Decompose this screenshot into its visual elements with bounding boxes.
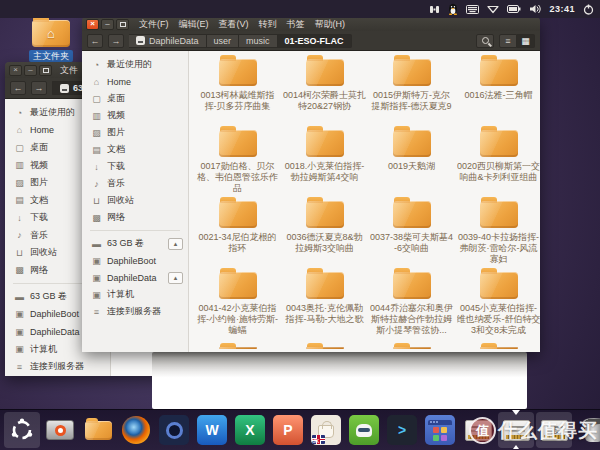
camera-lens-icon[interactable] — [156, 412, 192, 448]
breadcrumb-segment[interactable]: 01-ESO-FLAC — [278, 34, 352, 48]
sidebar-item[interactable]: ⌂ Home — [82, 73, 188, 90]
folder-item[interactable]: 0039-40卡拉扬指挥-弗朗茨·雷哈尔-风流寡妇 — [455, 201, 540, 272]
back-button[interactable]: ← — [87, 34, 103, 48]
menu-item[interactable]: 文件(F) — [139, 18, 169, 31]
folder-item[interactable]: 0037-38柴可夫斯基4-6交响曲 — [368, 201, 455, 272]
sidebar-item[interactable]: ⊔ 回收站 — [82, 192, 188, 209]
sidebar-item-icon: ↓ — [14, 213, 25, 223]
folder-item[interactable]: 0020西贝柳斯第一交响曲&卡列利亚组曲 — [455, 130, 540, 201]
sidebar-item[interactable]: ▬ 63 GB 卷 ▴ — [82, 235, 188, 252]
dash-button[interactable] — [4, 412, 40, 448]
folder-item[interactable]: 0017勋伯格、贝尔格、韦伯恩管弦乐作品 — [194, 130, 281, 201]
sidebar-item[interactable]: ▤ 文档 — [82, 141, 188, 158]
folder-name: 0018.小克莱伯指挥-勃拉姆斯第4交响 — [283, 161, 367, 183]
disk-utility-icon[interactable] — [42, 412, 78, 448]
breadcrumb-segment[interactable]: music — [239, 34, 278, 48]
folder-item[interactable]: 0014柯尔荣爵士莫扎特20&27钢协 — [281, 59, 368, 130]
workspace-switcher-icon[interactable] — [422, 412, 458, 448]
breadcrumb-segment[interactable]: DaphileData — [129, 34, 207, 48]
sidebar-item-label: 计算机 — [30, 343, 57, 356]
battery-icon[interactable] — [507, 5, 521, 13]
folder-name: 0014柯尔荣爵士莫扎特20&27钢协 — [283, 90, 367, 112]
sidebar-item[interactable]: ↓ 下载 — [82, 158, 188, 175]
sidebar-item[interactable]: ▨ 图片 — [82, 124, 188, 141]
eject-button[interactable]: ▴ — [168, 272, 183, 284]
volume-icon[interactable] — [529, 4, 541, 14]
menu-item[interactable]: 书签 — [287, 18, 305, 31]
folder-icon — [306, 130, 344, 157]
menu-item[interactable]: 查看(V) — [219, 18, 249, 31]
sidebar-item[interactable]: ◔ 最近使用的 — [82, 56, 188, 73]
folder-icon — [219, 347, 257, 349]
eject-button[interactable]: ▴ — [168, 238, 183, 250]
excel-icon[interactable]: X — [232, 412, 268, 448]
minimize-button[interactable]: – — [24, 65, 37, 76]
forward-button[interactable]: → — [31, 81, 47, 95]
software-store-uk-icon[interactable]: UK — [308, 412, 344, 448]
maximize-button[interactable] — [39, 65, 52, 76]
menu-item[interactable]: 帮助(H) — [315, 18, 346, 31]
firefox-icon[interactable] — [118, 412, 154, 448]
power-icon[interactable] — [583, 4, 594, 15]
home-folder-desktop-icon[interactable]: ⌂ 主文件夹 — [26, 20, 76, 62]
folder-name: 0019天鹅湖 — [370, 161, 454, 172]
folder-item[interactable]: 0021-34尼伯龙根的指环 — [194, 201, 281, 272]
folder-item[interactable]: 0013柯林戴维斯指挥-贝多芬序曲集 — [194, 59, 281, 130]
close-button[interactable]: × — [9, 65, 22, 76]
back-button[interactable]: ← — [10, 81, 26, 95]
folder-item[interactable]: 0044乔治塞尔和奥伊斯特拉赫合作勃拉姆斯小提琴管弦协... — [368, 272, 455, 343]
sidebar-item[interactable]: ▢ 桌面 — [82, 90, 188, 107]
panel-clock[interactable]: 23:41 — [549, 4, 575, 14]
indicator-icon[interactable] — [429, 4, 440, 15]
sidebar-item-label: DaphileBoot — [107, 256, 156, 266]
robot-app-icon[interactable] — [346, 412, 382, 448]
file-manager-window[interactable]: × – 文件(F) 编辑(E) 查看(V) 转到 书签 帮助(H) — [82, 17, 540, 352]
sidebar-item[interactable]: ▣ 计算机 — [82, 286, 188, 303]
menu-item[interactable]: 转到 — [259, 18, 277, 31]
close-button[interactable]: × — [86, 19, 99, 30]
grid-view-button[interactable]: ▦ — [517, 34, 535, 48]
background-white-window[interactable] — [152, 352, 527, 409]
sidebar-item[interactable]: ♪ 音乐 — [82, 175, 188, 192]
sidebar-item[interactable]: ▥ 视频 — [82, 107, 188, 124]
folder-item[interactable]: 0043奥托·克伦佩勒指挥-马勒-大地之歌 — [281, 272, 368, 343]
sidebar-item[interactable]: ≡ 连接到服务器 — [5, 358, 110, 376]
folder-name: 0041-42小克莱伯指挥-小约翰·施特劳斯-蝙蝠 — [196, 303, 280, 336]
menu-item[interactable]: 编辑(E) — [179, 18, 209, 31]
folder-item[interactable]: 0016法雅-三角帽 — [455, 59, 540, 130]
sidebar-item[interactable]: ▣ DaphileData ▴ — [82, 269, 188, 286]
sidebar-item-label: 音乐 — [107, 177, 125, 190]
folder-item[interactable]: 0015伊斯特万-克尔提斯指挥-德沃夏克9 — [368, 59, 455, 130]
sidebar-item-icon: ◔ — [91, 60, 102, 70]
folder-item[interactable]: 0041-42小克莱伯指挥-小约翰·施特劳斯-蝙蝠 — [194, 272, 281, 343]
network-chevron-icon[interactable] — [487, 5, 499, 14]
search-button[interactable] — [476, 34, 494, 48]
folder-item[interactable]: 0045小克莱伯指挥-维也纳爱乐-舒伯特交3和交8未完成 — [455, 272, 540, 343]
titlebar[interactable]: × – 文件(F) 编辑(E) 查看(V) 转到 书签 帮助(H) — [82, 17, 540, 31]
powerpoint-icon[interactable]: P — [270, 412, 306, 448]
back-window-menu-file[interactable]: 文件 — [60, 64, 78, 77]
sidebar-item-label: 桌面 — [30, 141, 48, 154]
folder-item[interactable]: 0019天鹅湖 — [368, 130, 455, 201]
minimize-button[interactable]: – — [101, 19, 114, 30]
sidebar-item[interactable]: ≡ 连接到服务器 — [82, 303, 188, 320]
forward-button[interactable]: → — [108, 34, 124, 48]
list-view-button[interactable]: ≡ — [499, 34, 517, 48]
folder-item[interactable]: 0036德沃夏克8&勃拉姆斯3交响曲 — [281, 201, 368, 272]
breadcrumb-segment[interactable]: user — [207, 34, 240, 48]
sidebar-item[interactable]: ▣ DaphileBoot — [82, 252, 188, 269]
tux-icon[interactable] — [448, 3, 458, 15]
terminal-icon[interactable]: > — [384, 412, 420, 448]
folder-view[interactable]: 0013柯林戴维斯指挥-贝多芬序曲集 0014柯尔荣爵士莫扎特20&27钢协 0… — [189, 51, 540, 352]
sidebar-item-label: 连接到服务器 — [107, 305, 161, 318]
sidebar-item-icon: ▩ — [91, 213, 102, 223]
keyboard-icon[interactable] — [466, 5, 479, 14]
files-icon[interactable] — [80, 412, 116, 448]
sidebar-item-label: 音乐 — [30, 229, 48, 242]
folder-icon — [306, 272, 344, 299]
folder-item[interactable]: 0018.小克莱伯指挥-勃拉姆斯第4交响 — [281, 130, 368, 201]
sidebar-item-label: 下载 — [30, 211, 48, 224]
maximize-button[interactable] — [116, 19, 129, 30]
sidebar-item[interactable]: ▩ 网络 — [82, 209, 188, 226]
word-icon[interactable]: W — [194, 412, 230, 448]
